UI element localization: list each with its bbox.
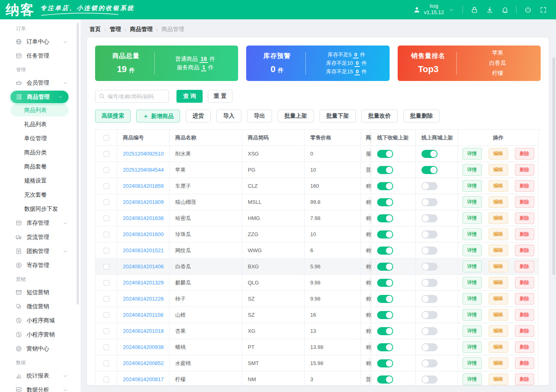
detail-button[interactable]: 详情	[463, 164, 482, 176]
row-checkbox[interactable]	[104, 296, 109, 302]
detail-button[interactable]: 详情	[463, 373, 482, 385]
sidebar-item-miniprogram-marketing[interactable]: 小程序营销	[0, 328, 81, 342]
bell-icon[interactable]	[501, 6, 509, 14]
row-checkbox[interactable]	[104, 344, 109, 350]
online-shelf-toggle[interactable]	[421, 230, 438, 239]
sidebar-item-data-analysis[interactable]: 数据分析	[0, 383, 81, 392]
delete-button[interactable]: 删除	[515, 164, 534, 176]
breadcrumb-product-management[interactable]: 商品管理	[130, 26, 153, 33]
online-shelf-toggle[interactable]	[421, 247, 438, 255]
row-checkbox[interactable]	[104, 264, 109, 270]
toolbar-button[interactable]: 进货	[186, 110, 211, 122]
delete-button[interactable]: 删除	[515, 245, 534, 256]
sidebar-item-statistics-report[interactable]: 统计报表	[0, 369, 81, 383]
online-shelf-toggle[interactable]	[421, 263, 438, 271]
toolbar-button[interactable]: 批量下架	[319, 110, 356, 122]
edit-button[interactable]: 编辑	[489, 148, 508, 160]
detail-button[interactable]: 详情	[463, 196, 482, 208]
sidebar-item-member-management[interactable]: 会员管理	[0, 76, 81, 90]
row-checkbox[interactable]	[104, 183, 109, 189]
sidebar-item-wechat-marketing[interactable]: 微信营销	[0, 299, 81, 313]
online-shelf-toggle[interactable]	[421, 295, 438, 303]
detail-button[interactable]: 详情	[463, 277, 482, 288]
sidebar-item-marketing-center[interactable]: 营销中心	[0, 342, 81, 356]
product-id-link[interactable]: 20251204092510	[123, 151, 164, 157]
sidebar-item-deposit-management[interactable]: 寄存管理	[0, 258, 81, 272]
offline-shelf-toggle[interactable]	[377, 182, 393, 190]
sidebar-item-logistics-management[interactable]: 货流管理	[0, 230, 81, 244]
delete-button[interactable]: 删除	[515, 228, 534, 240]
offline-shelf-toggle[interactable]	[377, 214, 393, 222]
sidebar-subitem-unit-management[interactable]: 单位管理	[0, 131, 81, 145]
edit-button[interactable]: 编辑	[489, 164, 508, 176]
toolbar-button[interactable]: 批量上架	[278, 110, 314, 122]
sidebar-subitem-recharge-combo[interactable]: 充次套餐	[0, 188, 81, 202]
row-checkbox[interactable]	[104, 167, 109, 173]
product-id-link[interactable]: 20240814201521	[123, 247, 164, 253]
offline-shelf-toggle[interactable]	[377, 279, 393, 287]
low-stock-15-link[interactable]: 0	[355, 68, 360, 75]
product-id-link[interactable]: 20240814201859	[123, 183, 164, 189]
delete-button[interactable]: 删除	[515, 261, 534, 272]
user-menu[interactable]: lssg v1.15.12	[413, 3, 455, 16]
sidebar-subitem-gift-list[interactable]: 礼品列表	[0, 117, 81, 131]
edit-button[interactable]: 编辑	[489, 309, 508, 321]
toolbar-button[interactable]: 批量改价	[361, 110, 398, 122]
offline-shelf-toggle[interactable]	[377, 375, 393, 384]
offline-shelf-toggle[interactable]	[377, 359, 393, 367]
edit-button[interactable]: 编辑	[489, 245, 508, 256]
sidebar-subitem-product-category[interactable]: 商品分类	[0, 145, 81, 160]
offline-shelf-toggle[interactable]	[377, 311, 393, 319]
row-checkbox[interactable]	[104, 328, 109, 334]
offline-shelf-toggle[interactable]	[377, 166, 393, 174]
fullscreen-icon[interactable]	[539, 6, 547, 14]
power-icon[interactable]	[524, 6, 532, 14]
product-id-link[interactable]: 20240814201226	[123, 296, 164, 302]
detail-button[interactable]: 详情	[463, 180, 482, 192]
low-stock-10-link[interactable]: 0	[355, 60, 360, 67]
product-id-link[interactable]: 20240814201636	[123, 215, 164, 221]
offline-shelf-toggle[interactable]	[377, 327, 393, 335]
edit-button[interactable]: 编辑	[489, 325, 508, 337]
detail-button[interactable]: 详情	[463, 325, 482, 337]
edit-button[interactable]: 编辑	[489, 277, 508, 288]
detail-button[interactable]: 详情	[463, 212, 482, 224]
detail-button[interactable]: 详情	[463, 309, 482, 321]
delete-button[interactable]: 删除	[515, 325, 534, 337]
delete-button[interactable]: 删除	[515, 148, 534, 160]
online-shelf-toggle[interactable]	[421, 166, 438, 174]
row-checkbox[interactable]	[104, 199, 109, 205]
edit-button[interactable]: 编辑	[489, 293, 508, 305]
edit-button[interactable]: 编辑	[489, 341, 508, 353]
sidebar-subitem-data-sync[interactable]: 数据同步下发	[0, 202, 81, 216]
download-icon[interactable]	[485, 6, 494, 14]
product-id-link[interactable]: 20240814200817	[123, 376, 164, 382]
product-id-link[interactable]: 20240814201809	[123, 199, 164, 205]
detail-button[interactable]: 详情	[463, 341, 482, 353]
product-id-link[interactable]: 20240814200938	[123, 344, 164, 350]
delete-button[interactable]: 删除	[515, 341, 534, 353]
online-shelf-toggle[interactable]	[421, 182, 438, 190]
product-id-link[interactable]: 20240814201108	[123, 312, 163, 318]
edit-button[interactable]: 编辑	[489, 357, 508, 369]
sidebar-item-groupbuy-management[interactable]: 团购管理	[0, 244, 81, 258]
sidebar-item-product-management[interactable]: 商品管理	[10, 91, 68, 103]
detail-button[interactable]: 详情	[463, 261, 482, 272]
row-checkbox[interactable]	[104, 361, 109, 366]
delete-button[interactable]: 删除	[515, 309, 534, 321]
online-shelf-toggle[interactable]	[421, 327, 438, 335]
edit-button[interactable]: 编辑	[489, 261, 508, 272]
row-checkbox[interactable]	[104, 232, 109, 237]
delete-button[interactable]: 删除	[515, 293, 534, 305]
service-product-count-link[interactable]: 1	[201, 64, 207, 71]
reset-button[interactable]: 重 置	[208, 90, 232, 103]
online-shelf-toggle[interactable]	[421, 214, 438, 222]
product-id-link[interactable]: 20240814201600	[123, 231, 164, 237]
query-button[interactable]: 查 询	[176, 90, 203, 103]
offline-shelf-toggle[interactable]	[377, 230, 393, 239]
product-id-link[interactable]: 20251204084544	[123, 167, 164, 173]
online-shelf-toggle[interactable]	[421, 311, 438, 319]
sidebar-item-miniprogram-mall[interactable]: 小程序商城	[0, 313, 81, 328]
breadcrumb-home[interactable]: 首页	[89, 26, 101, 33]
offline-shelf-toggle[interactable]	[377, 198, 393, 206]
